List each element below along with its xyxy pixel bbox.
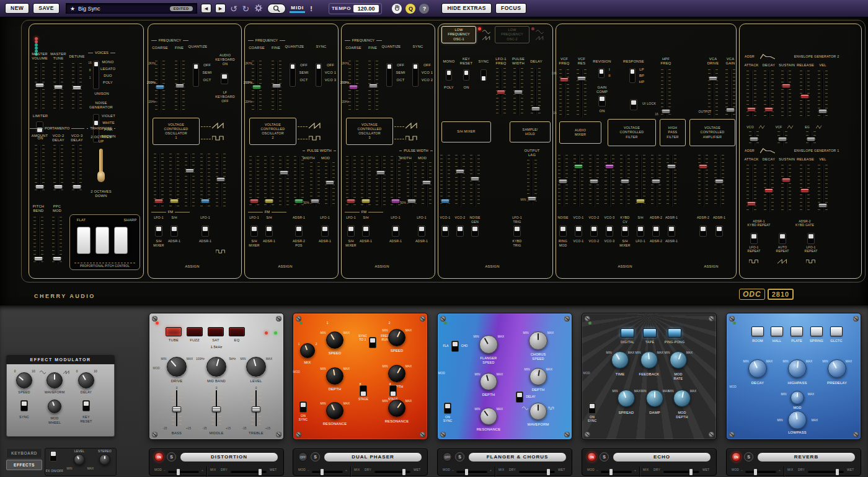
fx-level-knob[interactable] bbox=[74, 454, 85, 465]
slider[interactable] bbox=[746, 165, 756, 212]
slider-cap[interactable] bbox=[35, 185, 44, 189]
sync-to-1-toggle[interactable] bbox=[369, 337, 376, 348]
slider[interactable] bbox=[35, 63, 45, 110]
mod-slider-handle[interactable] bbox=[465, 469, 468, 475]
slider-cap[interactable] bbox=[574, 164, 583, 168]
toggle-handle[interactable] bbox=[445, 404, 450, 408]
fla-cho-toggle[interactable] bbox=[451, 341, 459, 352]
slider-cap[interactable] bbox=[35, 83, 44, 87]
toggle-handle[interactable] bbox=[808, 234, 813, 239]
slider[interactable] bbox=[348, 61, 358, 110]
switch-handle[interactable] bbox=[94, 62, 98, 66]
slider[interactable] bbox=[531, 68, 541, 115]
switch-handle[interactable] bbox=[414, 64, 417, 69]
slider[interactable] bbox=[620, 155, 630, 207]
mix-slider[interactable] bbox=[663, 471, 699, 473]
source-select-toggle[interactable] bbox=[456, 225, 464, 237]
slider[interactable] bbox=[264, 156, 274, 207]
slider-cap[interactable] bbox=[497, 90, 505, 94]
toggle-handle[interactable] bbox=[622, 227, 627, 231]
toggle-handle[interactable] bbox=[669, 227, 674, 231]
help-icon[interactable]: ? bbox=[419, 4, 429, 14]
slider[interactable] bbox=[249, 156, 259, 207]
slider-cap[interactable] bbox=[709, 76, 717, 81]
slider-cap[interactable] bbox=[216, 177, 225, 182]
zoom-button[interactable] bbox=[267, 4, 286, 14]
slider[interactable] bbox=[361, 156, 371, 207]
slider-cap[interactable] bbox=[559, 179, 567, 183]
toggle-handle[interactable] bbox=[458, 227, 463, 231]
rocker-switch[interactable] bbox=[598, 68, 604, 78]
toggle-handle[interactable] bbox=[560, 227, 565, 231]
mix-slider[interactable] bbox=[374, 471, 410, 473]
phaser-resonance-1-knob[interactable] bbox=[326, 402, 343, 419]
slider[interactable] bbox=[781, 71, 791, 118]
power-button[interactable]: OFF bbox=[298, 452, 308, 462]
source-select-toggle[interactable] bbox=[202, 225, 209, 237]
mid-band-knob[interactable] bbox=[206, 357, 226, 377]
toggle-handle[interactable] bbox=[222, 74, 227, 79]
toggle-handle[interactable] bbox=[348, 227, 353, 231]
toggle-handle[interactable] bbox=[252, 227, 257, 231]
stage-2-toggle[interactable] bbox=[389, 385, 397, 396]
glctc-button[interactable] bbox=[830, 326, 843, 336]
toggle-handle[interactable] bbox=[600, 97, 604, 101]
slider-cap[interactable] bbox=[652, 179, 660, 183]
flanger-resonance-knob[interactable] bbox=[480, 408, 497, 425]
rocker-switch[interactable] bbox=[193, 63, 199, 87]
slider[interactable] bbox=[470, 155, 480, 207]
solo-button[interactable]: S bbox=[744, 452, 753, 462]
source-select-toggle[interactable] bbox=[513, 225, 521, 237]
source-select-toggle[interactable] bbox=[575, 225, 582, 237]
toggle-handle[interactable] bbox=[419, 227, 424, 231]
stage-1-toggle[interactable] bbox=[360, 385, 367, 396]
slider[interactable] bbox=[325, 162, 335, 207]
slider[interactable] bbox=[636, 155, 645, 207]
slider-cap[interactable] bbox=[807, 137, 815, 141]
slider-cap[interactable] bbox=[34, 256, 43, 261]
slider-cap[interactable] bbox=[621, 179, 629, 183]
slider-cap[interactable] bbox=[577, 76, 586, 81]
slider-cap[interactable] bbox=[726, 108, 735, 112]
slider-cap[interactable] bbox=[369, 84, 378, 88]
toggle-handle[interactable] bbox=[393, 227, 398, 231]
slider-cap[interactable] bbox=[778, 137, 787, 141]
toggle-handle[interactable] bbox=[717, 227, 722, 231]
slider-cap[interactable] bbox=[347, 199, 355, 203]
source-select-toggle[interactable] bbox=[265, 225, 273, 237]
slider[interactable] bbox=[800, 71, 810, 118]
source-select-toggle[interactable] bbox=[652, 225, 660, 237]
hall-button[interactable] bbox=[771, 326, 783, 336]
focus-button[interactable]: FOCUS bbox=[495, 3, 526, 14]
tape-button[interactable] bbox=[643, 328, 657, 338]
middle-slider[interactable] bbox=[211, 390, 221, 426]
slider[interactable] bbox=[252, 61, 262, 110]
plate-button[interactable] bbox=[790, 326, 803, 336]
phaser-speed-1-knob[interactable] bbox=[326, 331, 343, 349]
flanger-speed-knob[interactable] bbox=[479, 335, 498, 354]
slider-cap[interactable] bbox=[764, 188, 773, 193]
source-select-toggle[interactable] bbox=[606, 225, 613, 237]
mix-slider-handle[interactable] bbox=[402, 469, 405, 475]
slider[interactable] bbox=[455, 155, 465, 207]
slider-cap[interactable] bbox=[54, 185, 63, 189]
toggle-handle[interactable] bbox=[653, 227, 658, 231]
toggle-handle[interactable] bbox=[631, 100, 636, 105]
toggle-handle[interactable] bbox=[591, 227, 596, 231]
slider-cap[interactable] bbox=[782, 84, 790, 88]
mix-slider[interactable] bbox=[808, 471, 844, 473]
new-button[interactable]: NEW bbox=[5, 3, 29, 14]
fuzz-button[interactable] bbox=[187, 327, 203, 336]
toggle-handle[interactable] bbox=[22, 401, 27, 406]
tube-button[interactable] bbox=[166, 327, 182, 336]
slider[interactable] bbox=[764, 71, 774, 118]
level-knob[interactable] bbox=[246, 357, 266, 377]
mod-slider[interactable] bbox=[601, 471, 632, 473]
slider[interactable] bbox=[310, 162, 320, 207]
toggle-handle[interactable] bbox=[453, 342, 458, 346]
slider[interactable] bbox=[407, 162, 417, 207]
redo-icon[interactable]: ↻ bbox=[242, 4, 250, 13]
em-sync-toggle[interactable] bbox=[20, 400, 28, 411]
slider[interactable] bbox=[800, 165, 810, 212]
slider[interactable] bbox=[749, 131, 759, 146]
